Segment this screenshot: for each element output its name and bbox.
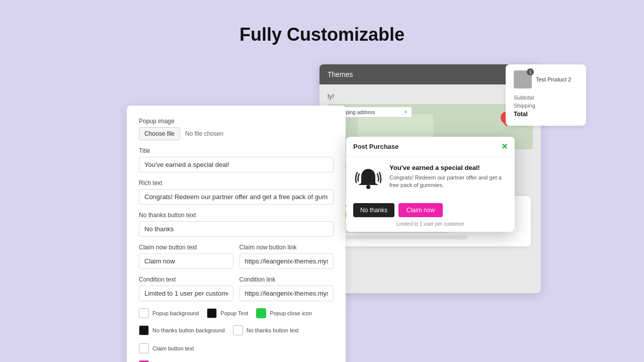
- cart-total-row: Total: [514, 111, 578, 118]
- no-thanks-text-swatch[interactable]: [233, 325, 243, 335]
- popup-close-label: Popup close icon: [270, 310, 312, 316]
- subtotal-label: Subtotal: [514, 95, 534, 101]
- popup-body: You've earned a special deal! Congrats! …: [346, 157, 515, 199]
- popup-close-color: Popup close icon: [256, 308, 312, 318]
- claim-text-color: Claim button text: [139, 343, 194, 353]
- title-input[interactable]: [139, 157, 334, 172]
- popup-content: You've earned a special deal! Congrats! …: [389, 164, 508, 190]
- map-close[interactable]: ×: [404, 109, 408, 116]
- cart-badge: 1: [527, 68, 534, 75]
- popup-image-label: Popup image: [139, 118, 334, 125]
- claim-text-swatch[interactable]: [139, 343, 149, 353]
- condition-link-input[interactable]: [239, 286, 334, 301]
- condition-text-group: Condition text: [139, 276, 233, 301]
- no-thanks-bg-swatch[interactable]: [139, 325, 149, 335]
- popup-bg-label: Popup background: [152, 310, 199, 316]
- blur-line-3: [337, 235, 467, 239]
- rich-text-input[interactable]: [139, 189, 334, 205]
- title-group: Title: [139, 147, 334, 172]
- popup-header: Post Purchase ✕: [346, 137, 515, 157]
- popup-bell-icon: [353, 164, 383, 194]
- cart-shipping-row: Shipping: [514, 103, 578, 109]
- popup-bg-color: Popup background: [139, 308, 199, 318]
- popup-text-label: Popup Text: [220, 310, 248, 316]
- cart-subtotal-row: Subtotal: [514, 95, 578, 101]
- confirmed-text: ly!: [328, 93, 533, 100]
- popup-buttons: No thanks Claim now: [346, 199, 515, 221]
- cart-product-image: 1: [514, 70, 532, 88]
- cart-product-row: 1 Test Product 2: [514, 70, 578, 88]
- bg-panel-title: Themes: [328, 70, 353, 78]
- cart-info-panel: 1 Test Product 2 Subtotal Shipping Total: [506, 64, 586, 126]
- file-input-row: Choose file No file chosen: [139, 127, 334, 140]
- popup-condition-text: Limited to 1 user per customer: [346, 221, 515, 232]
- claim-now-btn-input[interactable]: [139, 253, 233, 269]
- no-thanks-button[interactable]: No thanks: [353, 203, 394, 217]
- page-title: Fully Customizable: [0, 0, 644, 45]
- cart-product-name: Test Product 2: [536, 76, 571, 82]
- color-row-2: No thanks button background No thanks bu…: [139, 325, 334, 353]
- condition-text-label: Condition text: [139, 276, 233, 283]
- shipping-label: Shipping: [514, 103, 535, 109]
- popup-text-color: Popup Text: [207, 308, 248, 318]
- no-thanks-group: No thanks button text: [139, 212, 334, 237]
- rich-text-label: Rich text: [139, 179, 334, 187]
- claim-now-button[interactable]: Claim now: [398, 203, 443, 217]
- claim-now-link-group: Claim now button link: [239, 244, 334, 269]
- claim-now-link-input[interactable]: [239, 253, 334, 269]
- svg-point-0: [366, 185, 370, 189]
- choose-file-button[interactable]: Choose file: [139, 127, 180, 140]
- popup-modal: Post Purchase ✕ You've earned a special …: [346, 137, 515, 232]
- no-thanks-bg-color: No thanks button background: [139, 325, 225, 335]
- condition-link-group: Condition link: [239, 276, 334, 301]
- no-thanks-text-color: No thanks button text: [233, 325, 299, 335]
- no-thanks-label: No thanks button text: [139, 212, 334, 219]
- popup-image-group: Popup image Choose file No file chosen: [139, 118, 334, 140]
- claim-row: Claim now button text Claim now button l…: [139, 244, 334, 276]
- file-name-text: No file chosen: [185, 130, 223, 137]
- no-thanks-text-label: No thanks button text: [247, 327, 299, 333]
- popup-close-swatch[interactable]: [256, 308, 266, 318]
- claim-text-label: Claim button text: [152, 345, 194, 351]
- popup-deal-text: Congrats! Redeem our partner offer and g…: [389, 174, 508, 190]
- no-thanks-input[interactable]: [139, 221, 334, 237]
- total-label: Total: [514, 111, 528, 118]
- popup-deal-title: You've earned a special deal!: [389, 164, 508, 171]
- rich-text-group: Rich text: [139, 179, 334, 205]
- claim-now-link-label: Claim now button link: [239, 244, 334, 251]
- popup-text-swatch[interactable]: [207, 308, 217, 318]
- title-label: Title: [139, 147, 334, 154]
- form-panel: Popup image Choose file No file chosen T…: [127, 106, 346, 362]
- condition-link-label: Condition link: [239, 276, 334, 283]
- popup-close-button[interactable]: ✕: [501, 142, 508, 151]
- condition-row: Condition text Condition link: [139, 276, 334, 308]
- no-thanks-bg-label: No thanks button background: [152, 327, 225, 333]
- claim-now-btn-label: Claim now button text: [139, 244, 233, 251]
- popup-header-title: Post Purchase: [353, 143, 398, 150]
- popup-bg-swatch[interactable]: [139, 308, 149, 318]
- color-row-1: Popup background Popup Text Popup close …: [139, 308, 334, 318]
- claim-now-btn-group: Claim now button text: [139, 244, 233, 269]
- condition-text-input[interactable]: [139, 286, 233, 301]
